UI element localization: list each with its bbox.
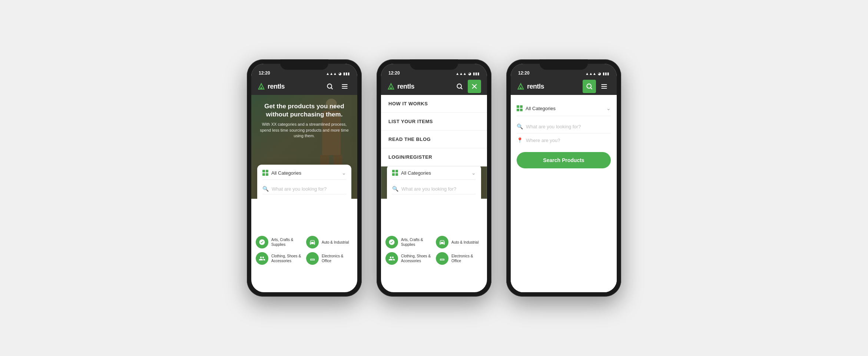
category-item-clothing-1[interactable]: Clothing, Shoes & Accessories xyxy=(256,252,302,265)
categories-grid-2: Arts, Crafts & Supplies Auto & Industria… xyxy=(385,236,483,265)
auto-icon-circle-2 xyxy=(436,236,448,248)
close-button-2[interactable] xyxy=(468,80,481,93)
logo-text-1: rentls xyxy=(268,83,285,90)
search-card-1: All Categories ⌄ 🔍 What are you looking … xyxy=(257,165,351,199)
category-dropdown-2[interactable]: All Categories ⌄ xyxy=(392,170,476,180)
rentls-logo-icon-3 xyxy=(517,82,525,90)
wifi-icon-2: ◕ xyxy=(468,72,471,76)
arts-icon-1 xyxy=(259,239,265,245)
menu-item-blog[interactable]: READ THE BLOG xyxy=(381,131,487,148)
category-dropdown-1[interactable]: All Categories ⌄ xyxy=(262,170,346,180)
signal-icon-1: ▲▲▲ xyxy=(326,72,337,76)
category-dropdown-3[interactable]: All Categories ⌄ xyxy=(517,101,611,116)
search-input-row-2[interactable]: 🔍 What are you looking for? xyxy=(392,184,476,194)
grid-icon-1 xyxy=(262,170,268,176)
phone-3: 12:20 ▲▲▲ ◕ ▮▮▮ rentls xyxy=(506,59,621,297)
auto-icon-1 xyxy=(309,239,316,245)
arts-label-2: Arts, Crafts & Supplies xyxy=(401,237,432,247)
nav-logo-3[interactable]: rentls xyxy=(517,82,544,90)
hamburger-icon-3 xyxy=(600,83,608,90)
search-field-icon-1: 🔍 xyxy=(262,186,269,192)
phone-1-notch xyxy=(280,59,328,70)
search-icon-2 xyxy=(456,83,463,90)
status-icons-2: ▲▲▲ ◕ ▮▮▮ xyxy=(455,72,480,76)
hero-title-1: Get the products you need without purcha… xyxy=(259,102,350,119)
chevron-down-icon-3: ⌄ xyxy=(606,105,611,111)
wifi-icon-1: ◕ xyxy=(338,72,342,76)
hero-subtitle-1: With XX categories and a streamlined pro… xyxy=(259,122,350,139)
arts-icon-circle-2 xyxy=(385,236,398,248)
battery-icon-1: ▮▮▮ xyxy=(343,72,350,76)
svg-marker-8 xyxy=(390,86,392,89)
clothing-icon-2 xyxy=(388,255,395,262)
battery-icon-2: ▮▮▮ xyxy=(473,72,480,76)
menu-item-list-items[interactable]: LIST YOUR ITEMS xyxy=(381,113,487,131)
svg-point-9 xyxy=(457,84,461,88)
location-input-row-2[interactable]: 📍 Where are you? xyxy=(392,197,476,199)
signal-icon-2: ▲▲▲ xyxy=(455,72,467,76)
arts-icon-circle-1 xyxy=(256,236,268,248)
phones-container: 12:20 ▲▲▲ ◕ ▮▮▮ rentls xyxy=(247,59,621,297)
search-input-row-1[interactable]: 🔍 What are you looking for? xyxy=(262,184,346,194)
auto-label-2: Auto & Industrial xyxy=(451,240,478,245)
clothing-label-2: Clothing, Shoes & Accessories xyxy=(401,254,432,263)
phone-1-screen: 12:20 ▲▲▲ ◕ ▮▮▮ rentls xyxy=(251,64,357,292)
nav-bar-2: rentls xyxy=(381,78,487,95)
arts-label-1: Arts, Crafts & Supplies xyxy=(271,237,302,247)
search-active-button-3[interactable] xyxy=(583,80,596,93)
electronics-icon-2 xyxy=(439,255,445,262)
menu-item-how-it-works[interactable]: HOW IT WORKS xyxy=(381,95,487,113)
phone-2: 12:20 ▲▲▲ ◕ ▮▮▮ rentls xyxy=(377,59,491,297)
category-item-arts-1[interactable]: Arts, Crafts & Supplies xyxy=(256,236,302,248)
signal-icon-3: ▲▲▲ xyxy=(585,72,596,76)
electronics-label-1: Electronics & Office xyxy=(322,254,353,263)
nav-logo-1[interactable]: rentls xyxy=(257,82,285,90)
location-input-3[interactable]: 📍 Where are you? xyxy=(517,134,611,147)
search-products-button-3[interactable]: Search Products xyxy=(517,152,611,168)
hero-text-1: Get the products you need without purcha… xyxy=(251,102,357,139)
location-input-row-1[interactable]: 📍 Where are you? xyxy=(262,197,346,199)
nav-actions-2 xyxy=(453,80,481,93)
hamburger-icon-1 xyxy=(341,83,348,90)
category-item-electronics-2[interactable]: Electronics & Office xyxy=(436,252,483,265)
category-item-electronics-1[interactable]: Electronics & Office xyxy=(306,252,353,265)
svg-line-16 xyxy=(591,88,592,89)
search-button-1[interactable] xyxy=(323,80,337,93)
menu-button-1[interactable] xyxy=(338,80,351,93)
category-label-3: All Categories xyxy=(526,106,556,111)
category-item-auto-2[interactable]: Auto & Industrial xyxy=(436,236,483,248)
search-overlay-3: All Categories ⌄ 🔍 What are you looking … xyxy=(511,95,617,292)
status-time-2: 12:20 xyxy=(388,70,400,76)
rentls-logo-icon-1 xyxy=(257,82,265,90)
category-left-3: All Categories xyxy=(517,105,556,111)
arts-icon-2 xyxy=(388,239,395,245)
chevron-down-icon-2: ⌄ xyxy=(471,170,476,176)
category-item-clothing-2[interactable]: Clothing, Shoes & Accessories xyxy=(385,252,432,265)
search-field-icon-2: 🔍 xyxy=(392,186,398,192)
phone-2-screen: 12:20 ▲▲▲ ◕ ▮▮▮ rentls xyxy=(381,64,487,292)
svg-marker-1 xyxy=(260,86,262,89)
nav-actions-1 xyxy=(323,80,351,93)
phone-2-frame: 12:20 ▲▲▲ ◕ ▮▮▮ rentls xyxy=(377,59,491,297)
menu-button-3[interactable] xyxy=(597,80,611,93)
category-item-auto-1[interactable]: Auto & Industrial xyxy=(306,236,353,248)
category-item-arts-2[interactable]: Arts, Crafts & Supplies xyxy=(385,236,432,248)
search-card-2: All Categories ⌄ 🔍 What are you looking … xyxy=(387,165,481,199)
location-overlay-placeholder-3: Where are you? xyxy=(526,138,560,143)
hero-1: Get the products you need without purcha… xyxy=(251,95,357,199)
search-icon-1 xyxy=(326,83,334,90)
nav-actions-3 xyxy=(583,80,611,93)
rentls-logo-icon-2 xyxy=(387,82,395,90)
status-time-3: 12:20 xyxy=(518,70,530,76)
search-input-3[interactable]: 🔍 What are you looking for? xyxy=(517,120,611,134)
search-button-2[interactable] xyxy=(453,80,466,93)
grid-icon-3 xyxy=(517,105,523,111)
category-left-1: All Categories xyxy=(262,170,301,176)
nav-logo-2[interactable]: rentls xyxy=(387,82,414,90)
category-label-1: All Categories xyxy=(271,170,301,176)
category-left-2: All Categories xyxy=(392,170,431,176)
phone-1-frame: 12:20 ▲▲▲ ◕ ▮▮▮ rentls xyxy=(247,59,362,297)
wifi-icon-3: ◕ xyxy=(598,72,601,76)
svg-point-2 xyxy=(327,84,332,88)
menu-item-login[interactable]: LOGIN/REGISTER xyxy=(381,148,487,166)
